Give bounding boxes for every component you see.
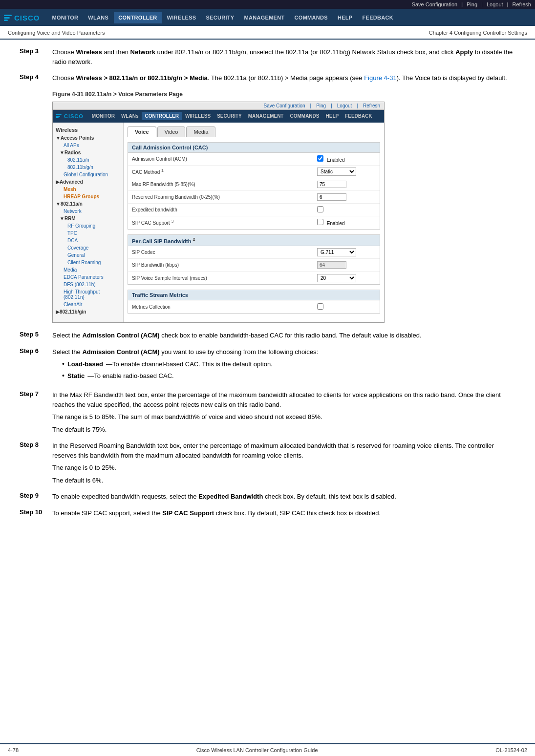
step-8: Step 8 In the Reserved Roaming Bandwidth… xyxy=(20,441,515,485)
nav-wlans[interactable]: WLANs xyxy=(84,12,113,23)
ss-nav-monitor[interactable]: MONITOR xyxy=(89,112,118,120)
ss-nav-feedback[interactable]: FEEDBACK xyxy=(342,112,375,120)
sidebar-item-80211an-group[interactable]: ▼ 802.11a/n xyxy=(53,200,123,208)
step-5: Step 5 Select the Admission Control (ACM… xyxy=(20,331,515,340)
radios-arrow: ▼ xyxy=(60,150,64,155)
sep1: | xyxy=(461,1,463,7)
sidebar-80211bgn-label: 802.11b/g/n xyxy=(60,309,86,315)
cac-method-select[interactable]: Static xyxy=(317,168,356,176)
sidebar-item-coverage[interactable]: Coverage xyxy=(53,244,123,252)
nav-security[interactable]: SECURITY xyxy=(201,12,238,23)
footer-guide-title: Cisco Wireless LAN Controller Configurat… xyxy=(196,747,318,753)
ss-nav-management[interactable]: MANAGEMENT xyxy=(245,112,287,120)
nav-controller[interactable]: CONTROLLER xyxy=(114,12,161,23)
step-5-label: Step 5 xyxy=(20,331,46,340)
ss-nav-controller[interactable]: CONTROLLER xyxy=(142,112,181,120)
acm-checkbox[interactable] xyxy=(317,155,323,162)
sidebar-item-high-throughput[interactable]: High Throughput (802.11n) xyxy=(53,288,123,301)
sidebar-item-dfs[interactable]: DFS (802.11h) xyxy=(53,281,123,288)
cac-section-header: Call Admission Control (CAC) xyxy=(128,143,380,153)
nav-management[interactable]: MANAGEMENT xyxy=(239,12,289,23)
refresh-link[interactable]: Refresh xyxy=(512,1,531,7)
nav-commands[interactable]: COMMANDS xyxy=(290,12,332,23)
sidebar-item-dca[interactable]: DCA xyxy=(53,237,123,244)
ping-link[interactable]: Ping xyxy=(467,1,477,7)
sep2: | xyxy=(481,1,483,7)
sidebar-item-network[interactable]: Network xyxy=(53,208,123,215)
sidebar-item-80211an[interactable]: 802.11a/n xyxy=(53,156,123,164)
cac-method-value: Static xyxy=(317,168,376,176)
metrics-label: Metrics Collection xyxy=(132,304,317,310)
sip-bandwidth-input[interactable] xyxy=(317,261,346,269)
ss-nav-help[interactable]: HELP xyxy=(322,112,342,120)
logout-link[interactable]: Logout xyxy=(487,1,503,7)
ss-refresh[interactable]: Refresh xyxy=(363,103,380,108)
expedited-checkbox[interactable] xyxy=(317,206,323,212)
80211bgn-arrow: ▶ xyxy=(56,309,60,315)
sidebar-item-media[interactable]: Media xyxy=(53,266,123,273)
ss-nav-commands[interactable]: COMMANDS xyxy=(287,112,322,120)
ss-nav-security[interactable]: SECURITY xyxy=(214,112,245,120)
ss-nav-wireless[interactable]: WIRELESS xyxy=(182,112,214,120)
nav-wireless[interactable]: WIRELESS xyxy=(163,12,201,23)
step-10-content: To enable SIP CAC support, select the SI… xyxy=(52,508,515,518)
step-7-label: Step 7 xyxy=(20,390,46,434)
sidebar-item-hreap-groups[interactable]: HREAP Groups xyxy=(53,193,123,200)
figure-caption: Figure 4-31 802.11a/n > Voice Parameters… xyxy=(52,91,515,98)
figure-link[interactable]: Figure 4-31 xyxy=(364,74,396,82)
ss-ping[interactable]: Ping xyxy=(316,103,326,108)
sip-voice-sample-select[interactable]: 20 xyxy=(317,274,356,282)
sidebar-item-tpc[interactable]: TPC xyxy=(53,230,123,237)
sidebar-item-advanced[interactable]: ▶ Advanced xyxy=(53,178,123,186)
sip-cac-row: SIP CAC Support 3 Enabled xyxy=(128,216,380,229)
step-4: Step 4 Choose Wireless > 802.11a/n or 80… xyxy=(20,73,515,83)
nav-help[interactable]: HELP xyxy=(333,12,357,23)
sidebar-item-general[interactable]: General xyxy=(53,252,123,259)
chapter-header: Configuring Voice and Video Parameters C… xyxy=(0,27,535,40)
tab-media[interactable]: Media xyxy=(186,126,215,137)
ss-nav-wlans[interactable]: WLANs xyxy=(118,112,142,120)
sidebar-item-rrm[interactable]: ▼ RRM xyxy=(53,215,123,222)
access-points-arrow: ▼ xyxy=(56,135,61,141)
tab-voice[interactable]: Voice xyxy=(128,126,156,137)
sidebar-item-all-aps[interactable]: All APs xyxy=(53,142,123,149)
nav-feedback[interactable]: FEEDBACK xyxy=(358,12,398,23)
max-rf-input[interactable] xyxy=(317,181,346,188)
sidebar-item-radios[interactable]: ▼ Radios xyxy=(53,149,123,156)
step-6-bullets: Load-based—To enable channel-based CAC. … xyxy=(62,359,515,380)
figure-container: Figure 4-31 802.11a/n > Voice Parameters… xyxy=(52,91,515,323)
sidebar-item-edca[interactable]: EDCA Parameters xyxy=(53,273,123,281)
max-rf-label: Max RF Bandwidth (5-85)(%) xyxy=(132,182,317,187)
sidebar-item-cleanair[interactable]: CleanAir xyxy=(53,301,123,308)
sidebar-item-80211bgn[interactable]: 802.11b/g/n xyxy=(53,164,123,171)
cisco-wordmark: CISCO xyxy=(14,14,40,22)
step-3: Step 3 Choose Wireless and then Network … xyxy=(20,47,515,66)
sidebar-item-80211bgn-group[interactable]: ▶ 802.11b/g/n xyxy=(53,308,123,315)
sidebar-80211an-label: 802.11a/n xyxy=(61,201,83,207)
sip-cac-enabled-label: Enabled xyxy=(327,221,345,226)
metrics-checkbox[interactable] xyxy=(317,303,323,310)
sip-codec-select[interactable]: G.711 xyxy=(317,248,356,256)
sip-voice-sample-value: 20 xyxy=(317,274,376,282)
traffic-section: Traffic Stream Metrics Metrics Collectio… xyxy=(128,290,380,314)
reserved-roaming-input[interactable] xyxy=(317,193,346,201)
save-config-link[interactable]: Save Configuration xyxy=(412,1,458,7)
nav-monitor[interactable]: MONITOR xyxy=(48,12,83,23)
sip-voice-sample-label: SIP Voice Sample Interval (msecs) xyxy=(132,275,317,281)
sidebar-item-mesh[interactable]: Mesh xyxy=(53,186,123,193)
sidebar-item-client-roaming[interactable]: Client Roaming xyxy=(53,259,123,266)
step-6-label: Step 6 xyxy=(20,347,46,384)
step-6-content: Select the Admission Control (ACM) you w… xyxy=(52,347,515,384)
sidebar-item-access-points[interactable]: ▼ Access Points xyxy=(53,134,123,142)
traffic-section-header: Traffic Stream Metrics xyxy=(128,290,380,300)
sidebar-radios-label: Radios xyxy=(64,150,81,155)
tab-video[interactable]: Video xyxy=(157,126,186,137)
sidebar-item-global-config[interactable]: Global Configuration xyxy=(53,171,123,178)
ss-save-config[interactable]: Save Configuration xyxy=(263,103,305,108)
metrics-value xyxy=(317,303,376,311)
expedited-value xyxy=(317,206,376,213)
ss-logout[interactable]: Logout xyxy=(337,103,352,108)
advanced-arrow: ▶ xyxy=(56,179,60,185)
sip-cac-checkbox[interactable] xyxy=(317,219,323,225)
sidebar-item-rf-grouping[interactable]: RF Grouping xyxy=(53,222,123,230)
